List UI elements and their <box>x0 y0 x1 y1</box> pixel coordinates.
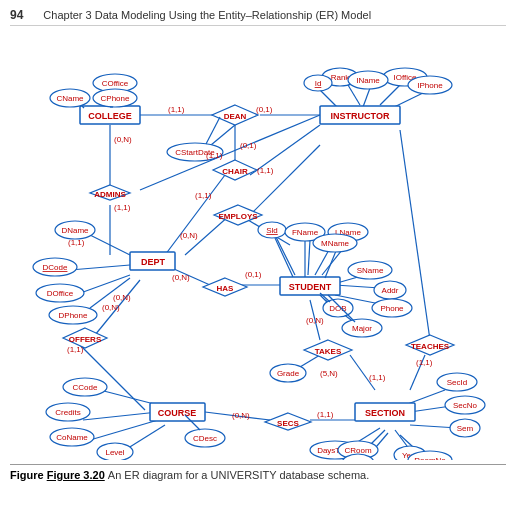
svg-text:CName: CName <box>56 94 84 103</box>
svg-text:(1,1): (1,1) <box>416 358 433 367</box>
svg-text:HAS: HAS <box>217 284 235 293</box>
svg-text:(0,1): (0,1) <box>256 105 273 114</box>
svg-text:(0,N): (0,N) <box>232 411 250 420</box>
er-diagram: .entity-rect { fill: white; stroke: #156… <box>10 30 506 460</box>
svg-text:(0,N): (0,N) <box>102 303 120 312</box>
svg-text:TAKES: TAKES <box>315 347 342 356</box>
svg-text:Bldg: Bldg <box>350 459 366 460</box>
svg-text:(1,1): (1,1) <box>114 203 131 212</box>
svg-text:(1,1): (1,1) <box>195 191 212 200</box>
svg-text:DCode: DCode <box>43 263 68 272</box>
svg-line-42 <box>363 88 370 107</box>
svg-line-20 <box>83 412 158 420</box>
figure-number: Figure 3.20 <box>47 469 105 481</box>
svg-text:SecId: SecId <box>447 378 467 387</box>
svg-text:SName: SName <box>357 266 384 275</box>
svg-text:CPhone: CPhone <box>101 94 130 103</box>
svg-text:(5,N): (5,N) <box>320 369 338 378</box>
svg-text:(0,N): (0,N) <box>114 135 132 144</box>
svg-text:CHAIR: CHAIR <box>222 167 248 176</box>
svg-line-115 <box>275 238 293 277</box>
svg-text:SECS: SECS <box>277 419 299 428</box>
svg-text:(1,1): (1,1) <box>68 238 85 247</box>
svg-text:CDesc: CDesc <box>193 434 217 443</box>
svg-text:COURSE: COURSE <box>158 408 197 418</box>
svg-text:Addr: Addr <box>382 286 399 295</box>
svg-line-31 <box>335 285 380 288</box>
svg-text:CCode: CCode <box>73 383 98 392</box>
figure-description: An ER diagram for a UNIVERSITY database … <box>108 469 369 481</box>
svg-text:Id: Id <box>315 79 322 88</box>
svg-line-19 <box>100 390 158 405</box>
svg-text:IName: IName <box>356 76 380 85</box>
svg-line-10 <box>250 145 320 215</box>
svg-line-14 <box>70 265 130 270</box>
svg-text:(0,N): (0,N) <box>172 273 190 282</box>
svg-text:Rank: Rank <box>331 73 351 82</box>
svg-text:DPhone: DPhone <box>59 311 88 320</box>
svg-text:DEAN: DEAN <box>224 112 247 121</box>
svg-text:INSTRUCTOR: INSTRUCTOR <box>331 111 390 121</box>
svg-line-26 <box>308 240 310 275</box>
svg-text:(0,N): (0,N) <box>180 231 198 240</box>
svg-text:Major: Major <box>352 324 372 333</box>
figure-label: Figure Figure 3.20 <box>10 469 108 481</box>
svg-text:(1,1): (1,1) <box>317 410 334 419</box>
page-header: 94 Chapter 3 Data Modeling Using the Ent… <box>10 8 506 26</box>
page: 94 Chapter 3 Data Modeling Using the Ent… <box>0 0 516 507</box>
svg-line-25 <box>275 235 295 275</box>
svg-text:TEACHES: TEACHES <box>411 342 450 351</box>
svg-text:Phone: Phone <box>380 304 404 313</box>
svg-text:(0,1): (0,1) <box>240 141 257 150</box>
svg-text:ADMINS: ADMINS <box>94 190 126 199</box>
svg-text:RoomNo: RoomNo <box>414 456 446 460</box>
svg-text:IPhone: IPhone <box>417 81 443 90</box>
svg-text:Credits: Credits <box>55 408 80 417</box>
figure-caption: Figure Figure 3.20 An ER diagram for a U… <box>10 464 506 481</box>
svg-text:Sld: Sld <box>266 226 278 235</box>
chapter-title: Chapter 3 Data Modeling Using the Entity… <box>43 9 371 21</box>
svg-text:SecNo: SecNo <box>453 401 478 410</box>
svg-line-40 <box>380 85 400 105</box>
svg-text:DOffice: DOffice <box>47 289 74 298</box>
svg-line-18 <box>80 345 145 410</box>
svg-text:SECTION: SECTION <box>365 408 405 418</box>
svg-text:FName: FName <box>292 228 319 237</box>
svg-text:(1,1): (1,1) <box>369 373 386 382</box>
svg-text:DEPT: DEPT <box>141 257 166 267</box>
svg-text:COffice: COffice <box>102 79 129 88</box>
svg-text:(0,N): (0,N) <box>306 316 324 325</box>
svg-text:EMPLOYS: EMPLOYS <box>218 212 258 221</box>
svg-text:(1,1): (1,1) <box>206 151 223 160</box>
svg-text:(0,N): (0,N) <box>113 293 131 302</box>
svg-text:MName: MName <box>321 239 350 248</box>
svg-text:(1,1): (1,1) <box>257 166 274 175</box>
svg-text:COLLEGE: COLLEGE <box>88 111 132 121</box>
svg-line-21 <box>90 420 158 440</box>
svg-text:DName: DName <box>61 226 89 235</box>
svg-text:CoName: CoName <box>56 433 88 442</box>
svg-line-22 <box>125 425 165 450</box>
svg-text:OFFERS: OFFERS <box>69 335 102 344</box>
svg-text:Level: Level <box>105 448 124 457</box>
svg-text:STUDENT: STUDENT <box>289 282 332 292</box>
page-number: 94 <box>10 8 23 22</box>
svg-text:(0,1): (0,1) <box>245 270 262 279</box>
svg-text:Sem: Sem <box>457 424 474 433</box>
svg-text:(1,1): (1,1) <box>168 105 185 114</box>
svg-text:Grade: Grade <box>277 369 300 378</box>
svg-text:(1,1): (1,1) <box>67 345 84 354</box>
